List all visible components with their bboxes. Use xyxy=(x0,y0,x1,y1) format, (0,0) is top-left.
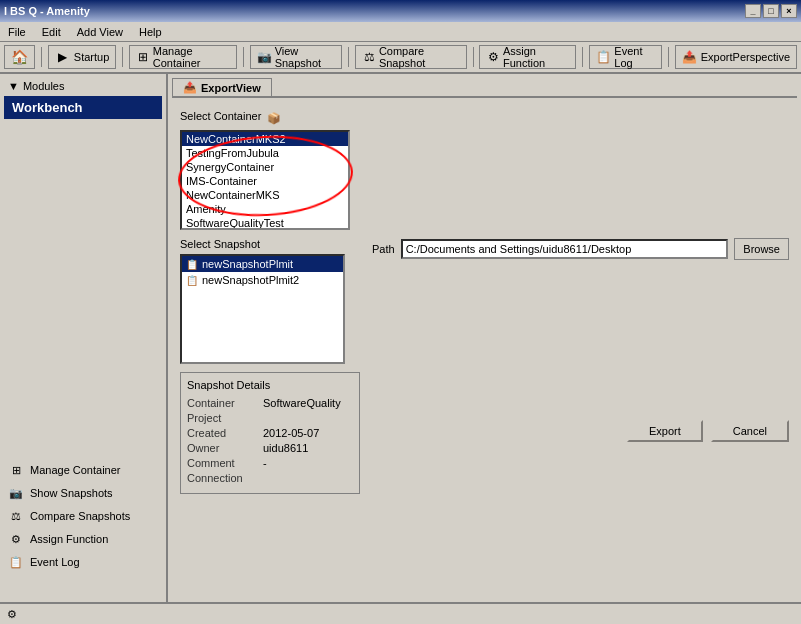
container-icon: 📦 xyxy=(267,112,281,125)
select-container-label: Select Container xyxy=(180,110,261,122)
title-bar: I BS Q - Amenity _ □ × xyxy=(0,0,801,22)
show-snapshots-nav-label: Show Snapshots xyxy=(30,487,113,499)
assign-function-toolbar-button[interactable]: ⚙ Assign Function xyxy=(479,45,576,69)
detail-key-project: Project xyxy=(187,412,257,424)
workbench-item[interactable]: Workbench xyxy=(4,96,162,119)
view-snapshot-label: View Snapshot xyxy=(275,45,336,69)
container-list-wrapper: NewContainerMKS2 TestingFromJubula Syner… xyxy=(180,130,789,230)
toolbar-separator-3 xyxy=(243,47,244,67)
detail-value-comment: - xyxy=(263,457,267,469)
sidebar-item-event-log[interactable]: 📋 Event Log xyxy=(4,551,162,573)
container-item-newcontainermks[interactable]: NewContainerMKS xyxy=(182,188,348,202)
event-log-nav-label: Event Log xyxy=(30,556,80,568)
assign-function-nav-icon: ⚙ xyxy=(8,531,24,547)
container-list[interactable]: NewContainerMKS2 TestingFromJubula Syner… xyxy=(180,130,350,230)
detail-value-created: 2012-05-07 xyxy=(263,427,319,439)
home-button[interactable]: 🏠 xyxy=(4,45,35,69)
assign-function-label: Assign Function xyxy=(503,45,570,69)
container-item-ims-container[interactable]: IMS-Container xyxy=(182,174,348,188)
export-perspective-icon: 📤 xyxy=(682,49,698,65)
snapshot-list[interactable]: 📋 newSnapshotPlmit 📋 newSnapshotPlmit2 xyxy=(180,254,345,364)
export-perspective-label: ExportPerspective xyxy=(701,51,790,63)
compare-snapshots-nav-icon: ⚖ xyxy=(8,508,24,524)
snapshot-details-group: Snapshot Details Container SoftwareQuali… xyxy=(180,372,360,494)
event-log-nav-icon: 📋 xyxy=(8,554,24,570)
container-item-label: SoftwareQualityTest xyxy=(186,217,284,229)
tab-bar: 📤 ExportView xyxy=(172,78,797,98)
detail-row-project: Project xyxy=(187,412,353,424)
toolbar-separator-4 xyxy=(348,47,349,67)
snapshot-details-label: Snapshot Details xyxy=(187,379,353,391)
container-item-label: Amenity xyxy=(186,203,226,215)
sidebar-item-assign-function[interactable]: ⚙ Assign Function xyxy=(4,528,162,550)
startup-button[interactable]: ▶ Startup xyxy=(48,45,116,69)
toolbar-separator-7 xyxy=(668,47,669,67)
action-row: Export Cancel xyxy=(372,420,789,442)
modules-label: Modules xyxy=(23,80,65,92)
title-bar-buttons: _ □ × xyxy=(745,4,797,18)
menu-edit[interactable]: Edit xyxy=(38,24,65,40)
snapshot-item-label: newSnapshotPlmit2 xyxy=(202,274,299,286)
menu-help[interactable]: Help xyxy=(135,24,166,40)
export-perspective-toolbar-button[interactable]: 📤 ExportPerspective xyxy=(675,45,797,69)
event-log-icon: 📋 xyxy=(596,49,611,65)
container-item-softwarequalitytest[interactable]: SoftwareQualityTest xyxy=(182,216,348,230)
container-item-testingfromjubula[interactable]: TestingFromJubula xyxy=(182,146,348,160)
startup-icon: ▶ xyxy=(55,49,71,65)
container-item-amenity[interactable]: Amenity xyxy=(182,202,348,216)
snapshot-item-label: newSnapshotPlmit xyxy=(202,258,293,270)
app-title: I BS Q - Amenity xyxy=(4,5,90,17)
snapshot-item-2[interactable]: 📋 newSnapshotPlmit2 xyxy=(182,272,343,288)
browse-button[interactable]: Browse xyxy=(734,238,789,260)
modules-expand-icon: ▼ xyxy=(8,80,19,92)
two-column-layout: Select Snapshot 📋 newSnapshotPlmit 📋 new… xyxy=(180,234,789,494)
snapshot-tree-icon-1: 📋 xyxy=(186,259,198,270)
sidebar-item-compare-snapshots[interactable]: ⚖ Compare Snapshots xyxy=(4,505,162,527)
detail-value-owner: uidu8611 xyxy=(263,442,308,454)
container-item-newcontainermks2[interactable]: NewContainerMKS2 xyxy=(182,132,348,146)
menu-file[interactable]: File xyxy=(4,24,30,40)
detail-key-container: Container xyxy=(187,397,257,409)
manage-container-toolbar-button[interactable]: ⊞ Manage Container xyxy=(129,45,237,69)
container-item-label: SynergyContainer xyxy=(186,161,274,173)
toolbar: 🏠 ▶ Startup ⊞ Manage Container 📷 View Sn… xyxy=(0,42,801,74)
modules-header[interactable]: ▼ Modules xyxy=(4,78,162,94)
manage-container-icon: ⊞ xyxy=(136,49,150,65)
maximize-button[interactable]: □ xyxy=(763,4,779,18)
toolbar-separator-1 xyxy=(41,47,42,67)
startup-label: Startup xyxy=(74,51,109,63)
export-button[interactable]: Export xyxy=(627,420,703,442)
show-snapshots-nav-icon: 📷 xyxy=(8,485,24,501)
sidebar-item-manage-container[interactable]: ⊞ Manage Container xyxy=(4,459,162,481)
view-snapshot-icon: 📷 xyxy=(257,49,272,65)
detail-key-created: Created xyxy=(187,427,257,439)
cancel-button[interactable]: Cancel xyxy=(711,420,789,442)
event-log-toolbar-button[interactable]: 📋 Event Log xyxy=(589,45,662,69)
snapshot-tree-icon-2: 📋 xyxy=(186,275,198,286)
view-snapshot-toolbar-button[interactable]: 📷 View Snapshot xyxy=(250,45,343,69)
manage-container-label: Manage Container xyxy=(153,45,230,69)
container-item-label: IMS-Container xyxy=(186,175,257,187)
toolbar-separator-5 xyxy=(473,47,474,67)
tab-export-view[interactable]: 📤 ExportView xyxy=(172,78,272,96)
assign-function-nav-label: Assign Function xyxy=(30,533,108,545)
menu-add-view[interactable]: Add View xyxy=(73,24,127,40)
main-container: ▼ Modules Workbench ⊞ Manage Container 📷… xyxy=(0,74,801,602)
detail-key-comment: Comment xyxy=(187,457,257,469)
sidebar: ▼ Modules Workbench ⊞ Manage Container 📷… xyxy=(0,74,168,602)
detail-value-container: SoftwareQuality xyxy=(263,397,341,409)
right-column: Path Browse Export Cancel xyxy=(372,234,789,494)
path-label: Path xyxy=(372,243,395,255)
path-input[interactable] xyxy=(401,239,729,259)
detail-key-connection: Connection xyxy=(187,472,257,484)
minimize-button[interactable]: _ xyxy=(745,4,761,18)
detail-key-owner: Owner xyxy=(187,442,257,454)
container-item-label: NewContainerMKS2 xyxy=(186,133,286,145)
sidebar-nav: ⊞ Manage Container 📷 Show Snapshots ⚖ Co… xyxy=(4,459,162,573)
close-button[interactable]: × xyxy=(781,4,797,18)
compare-snapshot-toolbar-button[interactable]: ⚖ Compare Snapshot xyxy=(355,45,466,69)
container-item-synergycontainer[interactable]: SynergyContainer xyxy=(182,160,348,174)
snapshot-item-1[interactable]: 📋 newSnapshotPlmit xyxy=(182,256,343,272)
sidebar-item-show-snapshots[interactable]: 📷 Show Snapshots xyxy=(4,482,162,504)
status-bar: ⚙ xyxy=(0,602,801,624)
